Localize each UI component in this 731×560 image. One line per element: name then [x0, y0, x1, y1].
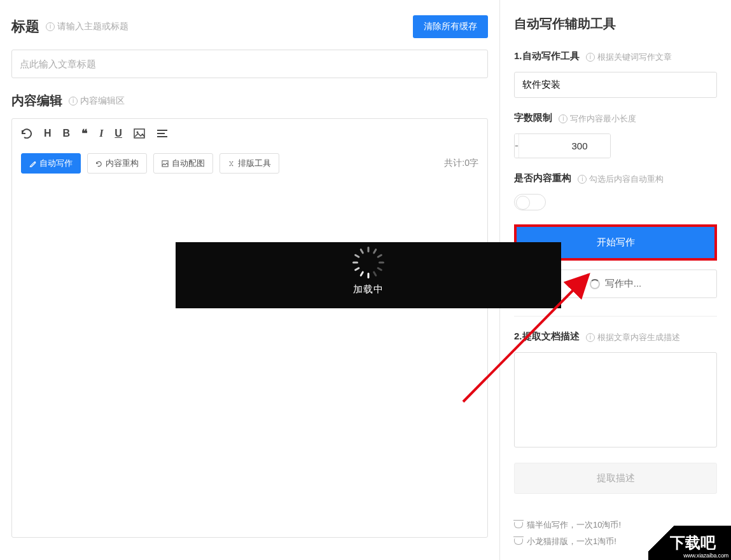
info-icon: i [46, 22, 55, 31]
bold-icon[interactable]: B [63, 128, 71, 139]
underline-icon[interactable]: U [115, 128, 122, 139]
word-limit-input[interactable] [519, 134, 611, 158]
layout-tool-button[interactable]: 排版工具 [219, 153, 279, 174]
align-icon[interactable] [157, 129, 168, 138]
stepper-minus-button[interactable]: - [515, 134, 519, 158]
word-limit-stepper: - + [514, 133, 611, 158]
content-rebuild-button[interactable]: 内容重构 [87, 153, 147, 174]
info-icon: i [559, 114, 567, 123]
bowl-icon [514, 522, 523, 528]
action-toolbar: 自动写作 内容重构 自动配图 排版工具 共计:0字 [12, 148, 487, 181]
word-count: 共计:0字 [444, 158, 478, 169]
spinner-icon [358, 256, 379, 277]
editor-content[interactable] [12, 181, 487, 537]
title-label: 标题 [11, 17, 39, 36]
content-section-label: 内容编辑 i 内容编辑区 [11, 92, 488, 109]
auto-image-button[interactable]: 自动配图 [153, 153, 213, 174]
svg-rect-0 [134, 129, 144, 138]
info-icon: i [578, 175, 587, 184]
image-icon[interactable] [134, 128, 145, 139]
bowl-icon [514, 538, 523, 545]
extract-desc-button[interactable]: 提取描述 [514, 463, 717, 494]
loading-overlay: 加载中 [176, 242, 561, 308]
rebuild-toggle[interactable] [514, 194, 546, 210]
heading-icon[interactable]: H [44, 128, 52, 139]
section-extract-desc: 2.提取文档描述 i 根据文章内容生成描述 提取描述 [514, 331, 717, 494]
divider [514, 316, 717, 317]
info-icon: i [586, 333, 595, 342]
format-toolbar: H B ❝ I U [12, 119, 487, 148]
undo-icon[interactable] [21, 128, 32, 139]
keyword-input[interactable] [514, 72, 717, 98]
title-section: 标题 i 请输入主题或标题 清除所有缓存 [11, 15, 488, 38]
italic-icon[interactable]: I [99, 128, 103, 139]
info-icon: i [69, 97, 78, 106]
watermark: 下载吧 www.xiazaiba.com [648, 526, 731, 560]
info-icon: i [586, 53, 595, 62]
editor: H B ❝ I U 自动写作 内容重构 [11, 118, 488, 538]
loading-spinner-icon [590, 279, 600, 289]
section-rebuild-toggle: 是否内容重构 i 勾选后内容自动重构 [514, 172, 717, 210]
title-hint: i 请输入主题或标题 [46, 21, 129, 32]
description-textarea[interactable] [514, 352, 717, 447]
clear-cache-button[interactable]: 清除所有缓存 [413, 15, 488, 38]
section-word-limit: 字数限制 i 写作内容最小长度 - + [514, 112, 717, 158]
section-auto-write-tool: 1.自动写作工具 i 根据关键词写作文章 [514, 50, 717, 98]
sidebar-heading: 自动写作辅助工具 [514, 15, 717, 32]
auto-write-button[interactable]: 自动写作 [21, 153, 81, 174]
quote-icon[interactable]: ❝ [81, 126, 88, 140]
article-title-input[interactable] [11, 50, 488, 78]
loading-text: 加载中 [353, 283, 384, 296]
svg-point-6 [231, 163, 232, 164]
